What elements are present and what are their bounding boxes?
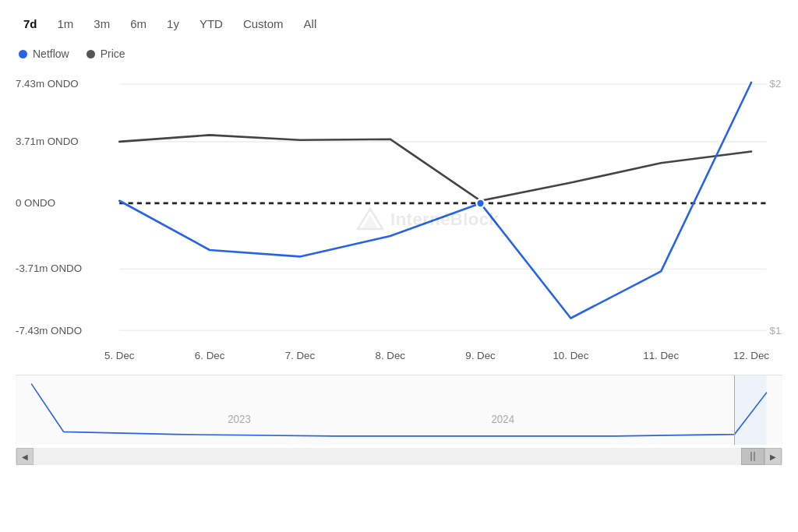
chart-legend: Netflow Price [16, 48, 782, 60]
svg-text:5. Dec: 5. Dec [104, 350, 135, 361]
svg-rect-24 [735, 375, 767, 445]
grip-line-2 [754, 452, 755, 461]
time-btn-ytd[interactable]: YTD [192, 14, 231, 33]
svg-text:6. Dec: 6. Dec [195, 350, 225, 361]
svg-text:8. Dec: 8. Dec [375, 350, 405, 361]
scrollbar-thumb[interactable] [741, 448, 764, 465]
svg-point-20 [476, 199, 484, 208]
svg-text:11. Dec: 11. Dec [643, 350, 679, 361]
time-btn-7d[interactable]: 7d [16, 14, 45, 33]
svg-text:3.71m ONDO: 3.71m ONDO [16, 136, 79, 147]
time-btn-3m[interactable]: 3m [86, 14, 118, 33]
mini-chart-svg: 2023 2024 [16, 375, 782, 445]
svg-text:$1.00: $1.00 [770, 324, 782, 336]
main-chart-area: InternéBlock 7.43m ONDO 3.71m ONDO 0 OND… [16, 68, 782, 372]
svg-text:10. Dec: 10. Dec [553, 350, 588, 361]
time-btn-custom[interactable]: Custom [235, 14, 291, 33]
scrollbar[interactable]: ◀ ▶ [16, 448, 782, 465]
svg-rect-21 [16, 375, 782, 445]
legend-price: Price [87, 48, 125, 60]
svg-text:7.43m ONDO: 7.43m ONDO [16, 78, 79, 90]
svg-text:7. Dec: 7. Dec [285, 350, 316, 361]
mini-chart-area: 2023 2024 ◀ ▶ [16, 375, 782, 445]
svg-text:0 ONDO: 0 ONDO [16, 197, 55, 209]
svg-text:$2.00: $2.00 [770, 78, 782, 90]
grip-line-1 [750, 452, 752, 461]
svg-text:-7.43m ONDO: -7.43m ONDO [16, 324, 82, 336]
time-btn-1m[interactable]: 1m [50, 14, 82, 33]
svg-text:2024: 2024 [491, 413, 514, 426]
time-filter-bar: 7d1m3m6m1yYTDCustomAll [16, 14, 782, 33]
svg-text:9. Dec: 9. Dec [465, 350, 496, 361]
main-container: 7d1m3m6m1yYTDCustomAll Netflow Price Int… [0, 0, 798, 532]
scrollbar-thumb-grip [750, 452, 755, 461]
netflow-dot [19, 50, 27, 58]
legend-netflow: Netflow [19, 48, 69, 60]
scrollbar-track[interactable] [34, 448, 764, 465]
time-btn-1y[interactable]: 1y [159, 14, 187, 33]
svg-text:-3.71m ONDO: -3.71m ONDO [16, 262, 82, 274]
svg-text:12. Dec: 12. Dec [733, 350, 769, 361]
legend-netflow-label: Netflow [33, 48, 69, 60]
time-btn-6m[interactable]: 6m [122, 14, 154, 33]
legend-price-label: Price [101, 48, 125, 60]
scroll-left-arrow[interactable]: ◀ [16, 448, 34, 465]
main-chart-svg: 7.43m ONDO 3.71m ONDO 0 ONDO -3.71m ONDO… [16, 68, 782, 372]
price-dot [87, 50, 95, 58]
svg-text:2023: 2023 [228, 413, 251, 426]
time-btn-all[interactable]: All [296, 14, 325, 33]
scroll-right-arrow[interactable]: ▶ [764, 448, 782, 465]
